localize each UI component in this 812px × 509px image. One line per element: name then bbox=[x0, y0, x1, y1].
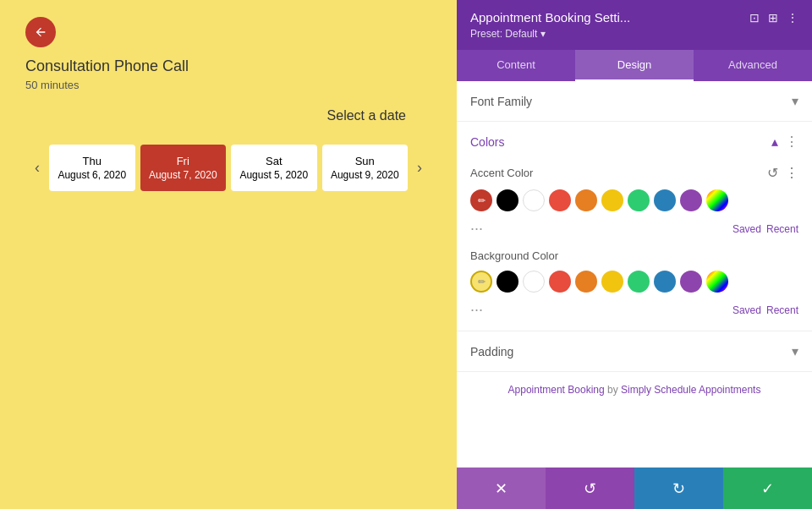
font-family-title: Font Family bbox=[470, 95, 532, 108]
accent-custom-swatch[interactable]: ✏ bbox=[470, 189, 492, 211]
accent-yellow-swatch[interactable] bbox=[601, 189, 623, 211]
redo-icon: ↻ bbox=[672, 479, 685, 498]
pencil-icon: ✏ bbox=[478, 195, 486, 206]
accent-color-icons: ↺ ⋮ bbox=[767, 165, 798, 181]
simply-schedule-link[interactable]: Simply Schedule Appointments bbox=[621, 384, 760, 396]
accent-black-swatch[interactable] bbox=[497, 189, 518, 211]
accent-orange-swatch[interactable] bbox=[575, 189, 597, 211]
bg-color-swatches: ✏ bbox=[470, 271, 798, 293]
cancel-icon: ✕ bbox=[495, 479, 508, 498]
accent-recent-btn[interactable]: Recent bbox=[766, 223, 798, 235]
undo-button[interactable]: ↺ bbox=[546, 468, 634, 509]
accent-dots-icon[interactable]: ··· bbox=[470, 220, 483, 238]
date-cells: Thu August 6, 2020 Fri August 7, 2020 Sa… bbox=[49, 145, 408, 191]
panel-toolbar: ✕ ↺ ↻ ✓ bbox=[457, 467, 812, 509]
save-icon: ✓ bbox=[761, 479, 774, 498]
accent-white-swatch[interactable] bbox=[523, 189, 545, 211]
tab-design[interactable]: Design bbox=[575, 50, 694, 81]
bg-blue-swatch[interactable] bbox=[654, 271, 676, 293]
colors-header[interactable]: Colors ▴ ⋮ bbox=[457, 122, 812, 161]
accent-saved-btn[interactable]: Saved bbox=[732, 223, 761, 235]
preset-label[interactable]: Preset: Default ▾ bbox=[470, 28, 798, 40]
bg-black-swatch[interactable] bbox=[497, 271, 518, 293]
cancel-button[interactable]: ✕ bbox=[457, 468, 546, 509]
bg-saved-btn[interactable]: Saved bbox=[732, 304, 761, 316]
accent-purple-swatch[interactable] bbox=[680, 189, 702, 211]
bg-yellow-swatch[interactable] bbox=[601, 271, 623, 293]
bg-saved-recent: ··· Saved Recent bbox=[470, 299, 798, 319]
bg-green-swatch[interactable] bbox=[628, 271, 650, 293]
consultation-title: Consultation Phone Call bbox=[25, 57, 431, 75]
colors-more-icon[interactable]: ⋮ bbox=[785, 134, 798, 150]
responsive-icon[interactable]: ⊡ bbox=[749, 11, 760, 25]
panel-header-icons: ⊡ ⊞ ⋮ bbox=[749, 11, 798, 25]
date-cell-sat[interactable]: Sat August 5, 2020 bbox=[231, 145, 317, 191]
attribution: Appointment Booking by Simply Schedule A… bbox=[457, 372, 812, 408]
bg-purple-swatch[interactable] bbox=[680, 271, 702, 293]
date-cell-sun[interactable]: Sun August 9, 2020 bbox=[322, 145, 409, 191]
accent-blue-swatch[interactable] bbox=[654, 189, 676, 211]
date-aug6: August 6, 2020 bbox=[56, 169, 129, 181]
date-aug9: August 9, 2020 bbox=[329, 169, 402, 181]
accent-color-swatches: ✏ bbox=[470, 189, 798, 211]
calendar-navigation: ‹ Thu August 6, 2020 Fri August 7, 2020 … bbox=[25, 134, 431, 201]
accent-color-label: Accent Color bbox=[470, 167, 533, 179]
panel-header: Appointment Booking Setti... ⊡ ⊞ ⋮ Prese… bbox=[457, 0, 812, 50]
accent-color-label-row: Accent Color ↺ ⋮ bbox=[470, 165, 798, 181]
colors-section: Colors ▴ ⋮ Accent Color ↺ ⋮ bbox=[457, 122, 812, 331]
prev-arrow[interactable]: ‹ bbox=[25, 134, 49, 201]
settings-panel: Appointment Booking Setti... ⊡ ⊞ ⋮ Prese… bbox=[457, 0, 812, 509]
tab-content[interactable]: Content bbox=[457, 50, 575, 81]
panel-tabs: Content Design Advanced bbox=[457, 50, 812, 81]
date-aug7: August 7, 2020 bbox=[147, 169, 220, 181]
panel-content: Font Family ▾ Colors ▴ ⋮ Accent Color ↺ bbox=[457, 81, 812, 467]
bg-red-swatch[interactable] bbox=[549, 271, 571, 293]
colors-chevron: ▴ bbox=[771, 134, 778, 150]
back-arrow-icon bbox=[34, 25, 47, 39]
padding-section: Padding ▾ bbox=[457, 331, 812, 372]
accent-saved-recent: ··· Saved Recent bbox=[470, 218, 798, 238]
attribution-by: by bbox=[607, 384, 621, 396]
padding-title: Padding bbox=[470, 345, 513, 358]
padding-header[interactable]: Padding ▾ bbox=[457, 331, 812, 371]
bg-orange-swatch[interactable] bbox=[575, 271, 597, 293]
panel-header-top: Appointment Booking Setti... ⊡ ⊞ ⋮ bbox=[470, 10, 798, 25]
appointment-booking-link[interactable]: Appointment Booking bbox=[508, 384, 605, 396]
bg-recent-btn[interactable]: Recent bbox=[766, 304, 798, 316]
bg-custom-swatch[interactable]: ✏ bbox=[470, 271, 492, 293]
consultation-duration: 50 minutes bbox=[25, 79, 431, 91]
more-options-icon[interactable]: ⋮ bbox=[787, 11, 798, 25]
bg-dots-icon[interactable]: ··· bbox=[470, 301, 483, 319]
accent-green-swatch[interactable] bbox=[628, 189, 650, 211]
accent-red-swatch[interactable] bbox=[549, 189, 571, 211]
date-cell-thu[interactable]: Thu August 6, 2020 bbox=[49, 145, 135, 191]
bg-pencil-icon: ✏ bbox=[478, 276, 486, 287]
bg-white-swatch[interactable] bbox=[523, 271, 545, 293]
undo-icon: ↺ bbox=[584, 479, 596, 498]
font-family-header[interactable]: Font Family ▾ bbox=[457, 81, 812, 121]
grid-icon[interactable]: ⊞ bbox=[768, 11, 778, 25]
save-button[interactable]: ✓ bbox=[723, 468, 812, 509]
font-family-chevron: ▾ bbox=[792, 93, 798, 109]
redo-button[interactable]: ↻ bbox=[634, 468, 723, 509]
bg-color-label: Background Color bbox=[470, 249, 558, 262]
padding-chevron: ▾ bbox=[792, 343, 798, 359]
bg-color-label-row: Background Color bbox=[470, 249, 798, 262]
panel-title: Appointment Booking Setti... bbox=[470, 10, 630, 25]
colors-body: Accent Color ↺ ⋮ ✏ bbox=[457, 161, 812, 331]
back-button[interactable] bbox=[25, 17, 56, 47]
day-sat: Sat bbox=[238, 155, 310, 167]
select-date-label: Select a date bbox=[25, 108, 406, 123]
day-fri: Fri bbox=[147, 155, 220, 167]
accent-gradient-swatch[interactable] bbox=[706, 189, 728, 211]
day-thu: Thu bbox=[56, 155, 129, 167]
next-arrow[interactable]: › bbox=[408, 134, 431, 201]
tab-advanced[interactable]: Advanced bbox=[694, 50, 812, 81]
date-aug5: August 5, 2020 bbox=[238, 169, 310, 181]
accent-more-icon[interactable]: ⋮ bbox=[785, 165, 798, 181]
date-cell-fri[interactable]: Fri August 7, 2020 bbox=[140, 145, 227, 191]
calendar-panel: Consultation Phone Call 50 minutes Selec… bbox=[0, 0, 457, 509]
font-family-section: Font Family ▾ bbox=[457, 81, 812, 122]
bg-gradient-swatch[interactable] bbox=[706, 271, 728, 293]
accent-reset-icon[interactable]: ↺ bbox=[767, 165, 778, 181]
